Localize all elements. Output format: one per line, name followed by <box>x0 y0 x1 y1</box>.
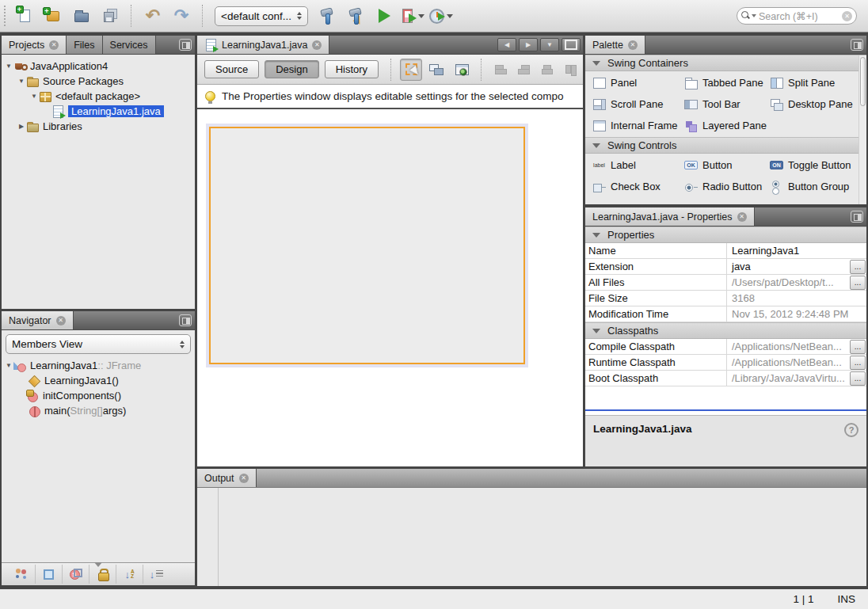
ellipsis-button[interactable]: ... <box>850 260 866 274</box>
palette-item-button[interactable]: Button <box>684 154 770 176</box>
property-value[interactable]: java <box>727 261 850 272</box>
profile-project-button[interactable] <box>427 2 455 29</box>
classpaths-section-header[interactable]: Classpaths <box>585 322 866 339</box>
output-console[interactable] <box>197 488 866 586</box>
ellipsis-button[interactable]: ... <box>850 276 866 290</box>
open-project-button[interactable] <box>67 2 96 29</box>
palette-item-button-group[interactable]: Button Group <box>770 176 866 197</box>
tree-node-main[interactable]: main(String[] args) <box>2 403 195 418</box>
tree-node-java-file[interactable]: LearningJava1.java <box>2 104 195 119</box>
tree-node-default-package[interactable]: <default package> <box>2 89 195 104</box>
close-icon[interactable] <box>737 212 747 222</box>
tab-output[interactable]: Output <box>197 469 257 487</box>
property-value[interactable]: /Users/pat/Desktop/t... <box>727 276 850 288</box>
run-project-button[interactable] <box>370 2 398 29</box>
property-value[interactable]: Nov 15, 2012 9:24:48 PM <box>727 308 866 320</box>
minimize-panel-button[interactable] <box>851 39 863 51</box>
close-icon[interactable] <box>312 40 322 50</box>
help-icon[interactable]: ? <box>844 423 858 437</box>
undo-button[interactable] <box>139 2 167 29</box>
scrollbar-thumb[interactable] <box>860 57 866 106</box>
sort-by-source-button[interactable] <box>143 565 169 584</box>
tab-properties[interactable]: LearningJava1.java - Properties <box>585 207 755 226</box>
palette-item-panel[interactable]: Panel <box>592 72 684 93</box>
ellipsis-button[interactable]: ... <box>850 356 866 370</box>
palette-item-scroll-pane[interactable]: Scroll Pane <box>592 93 684 115</box>
show-static-members-button[interactable] <box>62 565 89 584</box>
save-all-button[interactable] <box>96 2 124 29</box>
property-value[interactable]: /Applications/NetBean... <box>727 341 850 352</box>
tree-node-project[interactable]: JavaApplication4 <box>2 59 195 74</box>
close-icon[interactable] <box>49 40 59 50</box>
swing-controls-header[interactable]: Swing Controls <box>585 137 866 154</box>
preview-design-button[interactable] <box>451 59 473 81</box>
show-fields-button[interactable] <box>35 565 62 584</box>
align-left-button[interactable] <box>489 59 512 80</box>
property-value[interactable]: /Applications/NetBean... <box>727 356 850 368</box>
history-view-button[interactable]: History <box>325 60 379 78</box>
ellipsis-button[interactable]: ... <box>850 340 866 354</box>
design-view-button[interactable]: Design <box>265 60 318 78</box>
property-value[interactable]: LearningJava1 <box>727 245 866 257</box>
connection-mode-button[interactable] <box>425 59 447 81</box>
minimize-panel-button[interactable] <box>851 211 863 223</box>
property-sheet-splitter[interactable] <box>585 409 866 411</box>
search-scope-chevron-icon[interactable] <box>752 14 756 17</box>
configuration-dropdown[interactable]: <default conf... <box>215 6 308 26</box>
palette-item-tabbed-pane[interactable]: Tabbed Pane <box>684 72 770 93</box>
redo-button[interactable] <box>167 2 196 29</box>
close-icon[interactable] <box>628 40 638 50</box>
jframe-content-pane[interactable] <box>209 127 525 364</box>
search-clear-icon[interactable] <box>842 11 852 21</box>
expand-arrow-icon[interactable] <box>4 63 13 70</box>
property-row-modification-time[interactable]: Modification Time Nov 15, 2012 9:24:48 P… <box>585 306 866 322</box>
maximize-window-button[interactable] <box>562 38 581 51</box>
expand-arrow-icon[interactable] <box>17 78 26 85</box>
chevron-down-icon[interactable] <box>418 14 424 18</box>
palette-item-split-pane[interactable]: Split Pane <box>770 72 866 93</box>
tab-files[interactable]: Files <box>67 36 102 54</box>
palette-item-label-component[interactable]: Label <box>592 154 684 176</box>
expand-arrow-icon[interactable] <box>17 123 26 130</box>
expand-arrow-icon[interactable] <box>29 93 39 100</box>
property-row-all-files[interactable]: All Files /Users/pat/Desktop/t... ... <box>585 275 866 291</box>
palette-item-desktop-pane[interactable]: Desktop Pane <box>770 93 866 115</box>
minimize-panel-button[interactable] <box>179 39 192 51</box>
clean-build-button[interactable] <box>341 2 370 29</box>
property-row-extension[interactable]: Extension java ... <box>585 259 866 275</box>
property-value[interactable]: /Library/Java/JavaVirtu... <box>727 372 850 384</box>
palette-item-toggle-button[interactable]: Toggle Button <box>770 154 866 176</box>
property-row-compile-classpath[interactable]: Compile Classpath /Applications/NetBean.… <box>585 339 866 355</box>
tree-node-init-components[interactable]: initComponents() <box>2 388 195 403</box>
jframe-design-surface[interactable] <box>206 124 528 367</box>
palette-item-tool-bar[interactable]: Tool Bar <box>684 93 770 115</box>
palette-item-layered-pane[interactable]: Layered Pane <box>684 115 770 136</box>
toolbar-drag-handle[interactable] <box>4 6 6 26</box>
chevron-down-icon[interactable] <box>447 14 453 18</box>
property-row-boot-classpath[interactable]: Boot Classpath /Library/Java/JavaVirtu..… <box>585 371 866 386</box>
new-project-button[interactable] <box>39 2 67 29</box>
scroll-tabs-right-button[interactable]: ▶ <box>519 38 538 51</box>
tab-projects[interactable]: Projects <box>2 36 67 54</box>
align-right-button[interactable] <box>512 59 536 80</box>
show-inherited-members-button[interactable] <box>8 565 35 584</box>
source-view-button[interactable]: Source <box>204 60 259 78</box>
minimize-panel-button[interactable] <box>179 314 192 326</box>
swing-containers-header[interactable]: Swing Containers <box>585 55 866 71</box>
tab-navigator[interactable]: Navigator <box>2 311 74 329</box>
selection-mode-button[interactable] <box>400 59 422 81</box>
document-list-button[interactable]: ▼ <box>540 38 559 51</box>
members-view-dropdown[interactable]: Members View <box>6 334 191 354</box>
debug-project-button[interactable] <box>398 2 427 29</box>
tab-palette[interactable]: Palette <box>585 36 645 54</box>
palette-scrollbar[interactable] <box>858 55 866 204</box>
new-file-button[interactable] <box>10 2 39 29</box>
scroll-tabs-left-button[interactable]: ◀ <box>497 38 516 51</box>
tree-node-source-packages[interactable]: Source Packages <box>2 74 195 89</box>
palette-item-internal-frame[interactable]: Internal Frame <box>592 115 684 136</box>
tree-node-class[interactable]: LearningJava1 :: JFrame <box>2 358 195 373</box>
palette-item-radio-button[interactable]: Radio Button <box>684 176 770 197</box>
show-non-public-members-button[interactable] <box>89 565 116 584</box>
search-input[interactable]: Search (⌘+I) <box>737 7 857 25</box>
tree-node-constructor[interactable]: LearningJava1() <box>2 373 195 388</box>
